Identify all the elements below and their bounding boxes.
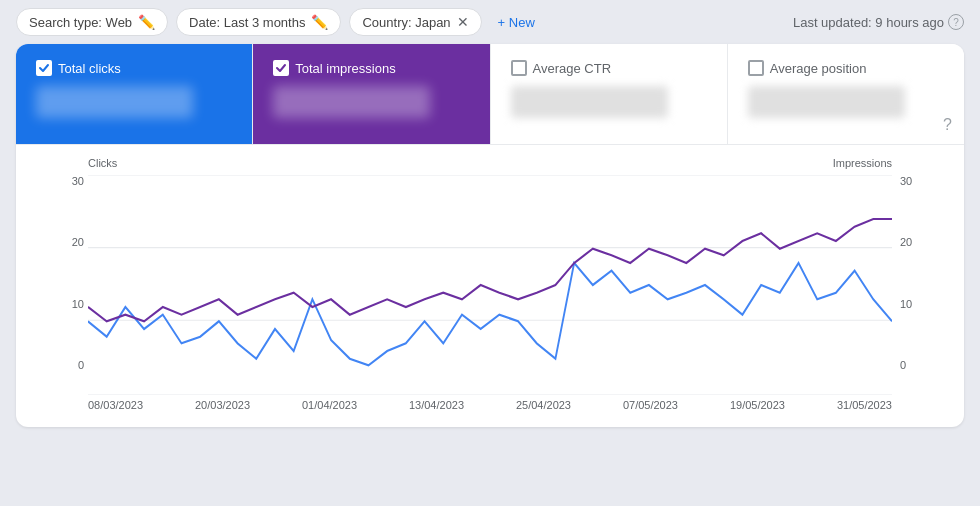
x-label-2: 20/03/2023 (195, 399, 250, 411)
axis-titles: Clicks Impressions (88, 157, 892, 173)
date-label: Date: Last 3 months (189, 15, 305, 30)
average-ctr-label: Average CTR (533, 61, 612, 76)
y-label-30-left: 30 (44, 175, 84, 187)
x-label-6: 07/05/2023 (623, 399, 678, 411)
x-label-7: 19/05/2023 (730, 399, 785, 411)
average-position-checkbox[interactable] (748, 60, 764, 76)
date-edit-icon[interactable]: ✏️ (311, 14, 328, 30)
chart-area: Clicks Impressions 30 20 10 0 30 20 10 0 (16, 145, 964, 427)
y-label-20-left: 20 (44, 236, 84, 248)
info-icon: ? (948, 14, 964, 30)
average-position-value (748, 86, 905, 118)
x-label-8: 31/05/2023 (837, 399, 892, 411)
average-position-tab[interactable]: Average position ? (728, 44, 964, 144)
new-button[interactable]: + New (490, 10, 543, 35)
average-ctr-tab[interactable]: Average CTR (491, 44, 728, 144)
chart-container: 30 20 10 0 30 20 10 0 (88, 175, 892, 395)
total-impressions-label: Total impressions (295, 61, 395, 76)
chart-svg (88, 175, 892, 395)
x-label-3: 01/04/2023 (302, 399, 357, 411)
y-label-30-right: 30 (900, 175, 940, 187)
total-impressions-checkbox[interactable] (273, 60, 289, 76)
x-label-5: 25/04/2023 (516, 399, 571, 411)
top-bar: Search type: Web ✏️ Date: Last 3 months … (0, 0, 980, 44)
x-label-4: 13/04/2023 (409, 399, 464, 411)
search-type-filter[interactable]: Search type: Web ✏️ (16, 8, 168, 36)
total-clicks-checkbox[interactable] (36, 60, 52, 76)
x-label-1: 08/03/2023 (88, 399, 143, 411)
left-y-axis: 30 20 10 0 (44, 175, 84, 371)
total-clicks-tab[interactable]: Total clicks (16, 44, 253, 144)
country-close-icon[interactable]: ✕ (457, 14, 469, 30)
total-impressions-value (273, 86, 430, 118)
position-info-icon: ? (943, 116, 952, 134)
last-updated: Last updated: 9 hours ago ? (793, 14, 964, 30)
search-type-edit-icon[interactable]: ✏️ (138, 14, 155, 30)
y-label-20-right: 20 (900, 236, 940, 248)
clicks-line (88, 263, 892, 365)
country-filter[interactable]: Country: Japan ✕ (349, 8, 481, 36)
y-label-10-right: 10 (900, 298, 940, 310)
right-y-axis: 30 20 10 0 (900, 175, 940, 371)
main-card: Total clicks Total impressions Average C… (16, 44, 964, 427)
average-position-label: Average position (770, 61, 867, 76)
average-ctr-value (511, 86, 668, 118)
total-clicks-label: Total clicks (58, 61, 121, 76)
total-clicks-value (36, 86, 193, 118)
y-label-0-left: 0 (44, 359, 84, 371)
metrics-row: Total clicks Total impressions Average C… (16, 44, 964, 145)
average-ctr-checkbox[interactable] (511, 60, 527, 76)
date-filter[interactable]: Date: Last 3 months ✏️ (176, 8, 341, 36)
total-impressions-tab[interactable]: Total impressions (253, 44, 490, 144)
country-label: Country: Japan (362, 15, 450, 30)
search-type-label: Search type: Web (29, 15, 132, 30)
left-axis-title: Clicks (88, 157, 117, 169)
x-axis-labels: 08/03/2023 20/03/2023 01/04/2023 13/04/2… (88, 399, 892, 411)
right-axis-title: Impressions (833, 157, 892, 169)
y-label-10-left: 10 (44, 298, 84, 310)
y-label-0-right: 0 (900, 359, 940, 371)
last-updated-text: Last updated: 9 hours ago (793, 15, 944, 30)
impressions-line (88, 219, 892, 321)
